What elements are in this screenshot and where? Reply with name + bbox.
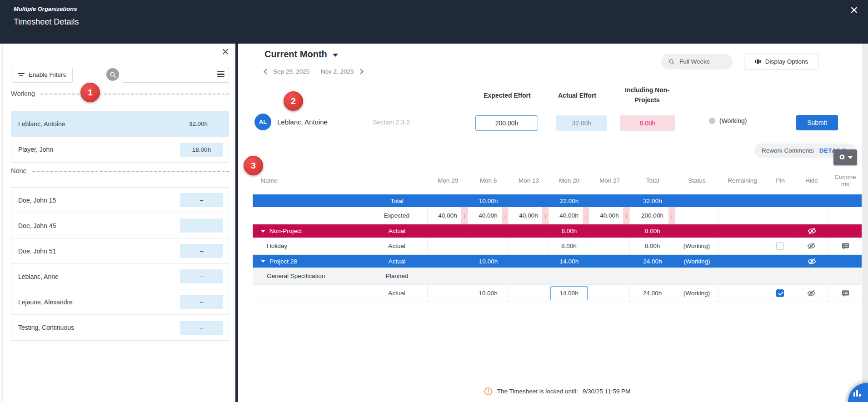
cell-mon6[interactable]: 10.00h	[468, 285, 509, 302]
close-icon[interactable]: ×	[850, 2, 858, 18]
person-name: Doe, John 45	[18, 222, 56, 229]
full-weeks-label: Full Weeks	[679, 58, 710, 65]
submit-button[interactable]: Submit	[796, 115, 838, 130]
col-total: Total	[630, 170, 675, 191]
under-capacity-icon: ↓	[623, 207, 629, 224]
gear-icon	[838, 154, 846, 161]
list-item[interactable]: Player, John 18.00h	[11, 137, 229, 162]
comment-icon[interactable]	[841, 242, 850, 250]
col-status: Status	[675, 170, 718, 191]
timesheet-table: Name Mon 29 Mon 6 Mon 13 Mon 20 Mon 27 T…	[253, 170, 862, 302]
actual-effort-header: Actual Effort	[545, 92, 609, 99]
row-label: Total	[366, 194, 428, 207]
hide-eye-off-icon[interactable]	[808, 227, 816, 235]
collapse-icon[interactable]	[261, 260, 265, 263]
avatar: AL	[254, 114, 271, 130]
expected-effort-header: Expected Effort	[471, 92, 544, 99]
col-comments: Comments	[829, 170, 862, 191]
row-label: Actual	[366, 255, 428, 268]
person-name: Leblanc, Anne	[18, 273, 59, 280]
table-row-total: Total 10.00h 22.00h 32.00h	[253, 194, 862, 207]
enable-filters-button[interactable]: Enable Filters	[11, 67, 73, 83]
person-hours: –	[180, 269, 223, 283]
selected-time-cell[interactable]: 14.00h	[550, 286, 588, 300]
section-none-label: None	[11, 167, 27, 174]
table-row-general-specification-actual[interactable]: Actual 10.00h 14.00h 24.00h (Working)	[253, 285, 862, 302]
lock-date: 9/30/25 11:59 PM	[583, 388, 631, 395]
resource-search-field[interactable]	[122, 67, 229, 83]
col-hide: Hide	[794, 170, 829, 191]
prev-period-icon[interactable]	[264, 69, 269, 74]
person-hours: –	[180, 321, 223, 335]
nonprojects-value: 8.00h	[620, 115, 675, 131]
table-row-expected: Expected 40.00h↓ 40.00h↓ 40.00h↓ 40.00h↓…	[253, 207, 862, 224]
list-item[interactable]: Doe, John 15 –	[11, 188, 229, 213]
person-hours: 32.00h	[189, 120, 208, 127]
search-icon[interactable]	[106, 68, 119, 81]
resource-status: (Working)	[709, 117, 747, 124]
table-row-nonproject[interactable]: Non-Project Actual 8.00h 8.00h	[253, 224, 862, 238]
hide-eye-off-icon[interactable]	[807, 242, 816, 250]
actual-effort-value: 32.00h	[556, 115, 607, 131]
hide-eye-off-icon[interactable]	[808, 257, 816, 266]
callout-badge-3: 3	[244, 156, 263, 175]
list-item[interactable]: Lejaune, Alexandre –	[11, 289, 229, 315]
section-divider	[40, 94, 229, 94]
person-hours: 18.00h	[180, 143, 223, 157]
section-divider	[32, 171, 229, 172]
group-name: Non-Project	[269, 228, 302, 234]
col-mon20: Mon 20	[549, 170, 589, 191]
comment-icon[interactable]	[841, 289, 850, 298]
resource-search-input[interactable]	[126, 67, 212, 82]
window-title: Timesheet Details	[14, 17, 79, 27]
row-label: Actual	[366, 224, 428, 238]
person-hours: –	[180, 193, 223, 207]
period-selector[interactable]: Current Month	[264, 49, 338, 60]
full-weeks-search[interactable]: Full Weeks	[661, 54, 733, 69]
cell-mon6: 10.00h	[468, 194, 509, 207]
under-capacity-icon: ↓	[668, 207, 675, 224]
settings-menu-button[interactable]	[833, 149, 857, 165]
nonprojects-header: Including Non- Projects	[606, 85, 688, 105]
table-row-holiday[interactable]: Holiday Actual 8.00h 8.00h (Working)	[253, 238, 862, 255]
callout-badge-1: 1	[80, 83, 100, 102]
task-name: Holiday	[253, 238, 366, 254]
list-item[interactable]: Doe, John 45 –	[11, 213, 229, 238]
cell-mon6: 10.00h	[468, 255, 509, 268]
display-options-button[interactable]: Display Options	[744, 54, 818, 69]
cell-mon20: 22.00h	[549, 194, 589, 207]
list-menu-icon[interactable]	[217, 71, 224, 79]
table-row-general-specification-planned[interactable]: General Specification Planned	[253, 268, 862, 285]
chevron-down-icon	[848, 156, 853, 159]
col-remaining: Remaining	[718, 170, 766, 191]
org-context-label: Multiple Organizations	[14, 5, 77, 12]
col-name: Name	[253, 170, 366, 191]
resource-name: Leblanc, Antoine	[277, 118, 328, 126]
row-label: Expected	[366, 207, 428, 224]
period-range: Sep 29, 2025 - Nov 2, 2025	[264, 68, 363, 75]
panel-close-icon[interactable]: ×	[222, 45, 229, 59]
list-item[interactable]: Leblanc, Anne –	[11, 264, 229, 289]
expected-effort-field[interactable]: 200.00h	[475, 115, 538, 131]
cell-mon20[interactable]: 8.00h	[549, 238, 589, 254]
col-mon29: Mon 29	[428, 170, 468, 191]
col-mon13: Mon 13	[509, 170, 549, 191]
under-capacity-icon: ↓	[461, 207, 468, 224]
next-period-icon[interactable]	[358, 69, 364, 74]
hide-eye-off-icon[interactable]	[807, 289, 816, 298]
person-name: Leblanc, Antoine	[18, 120, 65, 128]
list-item[interactable]: Doe, John 51 –	[11, 238, 229, 264]
status-dot-icon	[709, 118, 715, 124]
row-label: Planned	[366, 268, 428, 284]
collapse-icon[interactable]	[261, 230, 265, 233]
pin-checkbox[interactable]	[776, 242, 784, 250]
timesheet-main-panel: Current Month Sep 29, 2025 - Nov 2, 2025…	[238, 44, 862, 402]
period-label: Current Month	[264, 49, 327, 60]
person-name: Doe, John 51	[18, 248, 56, 255]
under-capacity-icon: ↓	[542, 207, 549, 224]
list-item[interactable]: Leblanc, Antoine 32.00h	[11, 111, 229, 137]
list-item[interactable]: Testing, Continuous –	[11, 315, 229, 340]
table-row-project28[interactable]: Project 28 Actual 10.00h 14.00h 24.00h (…	[253, 255, 862, 268]
rework-comments-label[interactable]: Rework Comments	[762, 147, 814, 154]
pin-checkbox[interactable]	[776, 289, 784, 297]
